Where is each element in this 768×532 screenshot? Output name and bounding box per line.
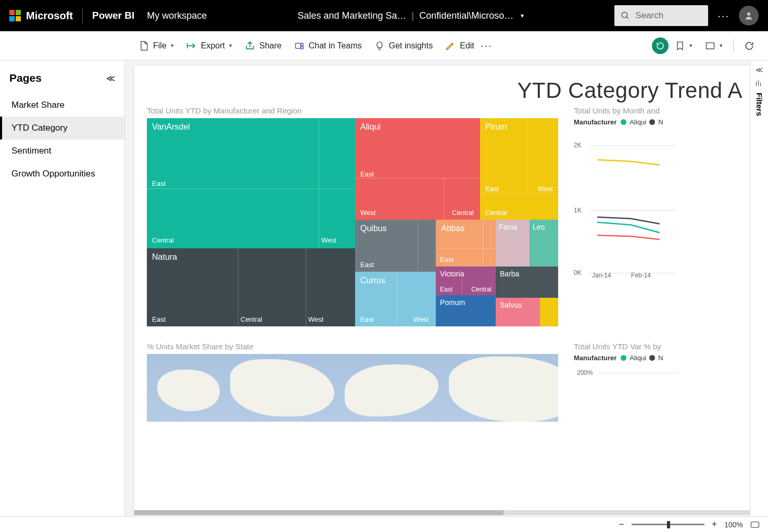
export-label: Export bbox=[201, 41, 225, 50]
export-icon bbox=[186, 41, 197, 51]
tm-fama[interactable]: Fama bbox=[496, 220, 530, 267]
tm-victoria[interactable]: Victoria East Central bbox=[436, 267, 496, 295]
tm-region: Central bbox=[485, 209, 507, 217]
line-chart-visual[interactable]: Total Units by Month and Manufacturer Al… bbox=[574, 106, 678, 326]
pages-pane: Pages ≪ Market Share YTD Category Sentim… bbox=[0, 60, 125, 516]
edit-button[interactable]: Edit bbox=[439, 37, 481, 54]
svg-point-0 bbox=[622, 12, 628, 18]
search-placeholder: Search bbox=[635, 10, 663, 21]
microsoft-label: Microsoft bbox=[26, 10, 73, 22]
zoom-thumb[interactable] bbox=[667, 521, 670, 528]
tm-abbas[interactable]: Abbas East bbox=[436, 220, 496, 267]
line-chart-title: Total Units by Month and bbox=[574, 106, 678, 115]
view-menu[interactable]: ▾ bbox=[699, 37, 729, 54]
collapse-pane-icon[interactable]: ≪ bbox=[106, 73, 115, 83]
share-button[interactable]: Share bbox=[238, 37, 288, 54]
chevron-down-icon: ▾ bbox=[171, 42, 174, 49]
tm-pirum[interactable]: Pirum East West Central bbox=[480, 118, 558, 220]
tm-region: East bbox=[485, 185, 499, 193]
vis-row-2: % Units Market Share by State Total Unit… bbox=[147, 326, 742, 422]
tm-region: East bbox=[152, 315, 166, 323]
user-avatar[interactable] bbox=[739, 6, 759, 26]
filters-label: Filters bbox=[755, 93, 764, 116]
map-visual[interactable]: % Units Market Share by State bbox=[147, 342, 558, 422]
get-insights-button[interactable]: Get insights bbox=[368, 37, 439, 54]
chevron-down-icon: ▾ bbox=[720, 42, 723, 49]
tm-natura[interactable]: Natura East Central West bbox=[147, 248, 355, 326]
tm-label: Abbas bbox=[441, 224, 464, 233]
expand-pane-icon[interactable]: ≪ bbox=[756, 66, 763, 74]
tm-pomum[interactable]: Pomum bbox=[436, 295, 496, 326]
toolbar-more-icon[interactable]: ··· bbox=[481, 40, 493, 52]
tm-barba[interactable]: Barba bbox=[496, 267, 558, 298]
tm-currus[interactable]: Currus East West bbox=[355, 272, 436, 326]
x-tick: Feb-14 bbox=[631, 272, 651, 279]
x-tick: Jan-14 bbox=[592, 272, 611, 279]
tm-label: Pirum bbox=[485, 122, 507, 131]
zoom-slider[interactable] bbox=[632, 524, 704, 525]
tm-salvus[interactable]: Salvus bbox=[496, 298, 540, 326]
status-bar: − + 100% bbox=[0, 516, 768, 532]
tm-aliqui[interactable]: Aliqui East West Central bbox=[355, 118, 480, 220]
tm-region: West bbox=[308, 315, 323, 323]
filters-pane[interactable]: ≪ Filters bbox=[750, 60, 768, 516]
svg-line-1 bbox=[627, 17, 629, 19]
vis-row-1: Total Units YTD by Manufacturer and Regi… bbox=[147, 106, 742, 326]
treemap-body: VanArsdel East Central West Aliqui East … bbox=[147, 118, 558, 326]
chevron-down-icon[interactable]: ▾ bbox=[521, 12, 524, 19]
svg-point-6 bbox=[300, 43, 303, 46]
workspace-breadcrumb[interactable]: My workspace bbox=[147, 10, 207, 21]
page-item-sentiment[interactable]: Sentiment bbox=[0, 140, 124, 162]
tm-label: Leo bbox=[533, 223, 545, 231]
legend-dot-icon bbox=[649, 119, 655, 125]
zoom-in-button[interactable]: + bbox=[712, 519, 717, 530]
tm-misc[interactable] bbox=[540, 298, 558, 326]
export-menu[interactable]: Export ▾ bbox=[180, 37, 238, 54]
page-item-market-share[interactable]: Market Share bbox=[0, 94, 124, 117]
tm-label: Barba bbox=[500, 270, 519, 278]
var-chart-visual[interactable]: Total Units YTD Var % by Manufacturer Al… bbox=[574, 342, 678, 422]
microsoft-logo[interactable]: Microsoft bbox=[9, 10, 73, 22]
share-icon bbox=[245, 41, 255, 51]
global-header: Microsoft Power BI My workspace Sales an… bbox=[0, 0, 768, 31]
legend-label: Manufacturer bbox=[574, 354, 616, 362]
scrollbar-thumb[interactable] bbox=[134, 510, 503, 515]
tm-region: East bbox=[440, 256, 454, 263]
tm-region: East bbox=[360, 170, 374, 178]
line-legend: Manufacturer Aliqui N bbox=[574, 118, 678, 126]
page-item-growth[interactable]: Growth Opportunities bbox=[0, 162, 124, 185]
zoom-level: 100% bbox=[724, 521, 743, 529]
pencil-icon bbox=[445, 41, 456, 51]
var-legend: Manufacturer Aliqui N bbox=[574, 354, 678, 362]
zoom-out-button[interactable]: − bbox=[619, 519, 624, 530]
toolbar-separator bbox=[733, 39, 734, 53]
chat-teams-button[interactable]: Chat in Teams bbox=[288, 37, 368, 54]
divider bbox=[82, 8, 83, 23]
fit-page-icon[interactable] bbox=[750, 521, 760, 528]
file-menu[interactable]: File ▾ bbox=[132, 37, 180, 54]
report-name[interactable]: Sales and Marketing Sa… bbox=[297, 10, 406, 21]
product-label[interactable]: Power BI bbox=[92, 10, 134, 21]
filter-bars-icon bbox=[755, 79, 763, 87]
tm-leo[interactable]: Leo bbox=[530, 220, 558, 267]
share-label: Share bbox=[259, 41, 282, 50]
refresh-button[interactable] bbox=[738, 37, 761, 54]
more-options-icon[interactable]: ··· bbox=[717, 10, 729, 22]
page-item-ytd-category[interactable]: YTD Category bbox=[0, 117, 124, 140]
line-chart-body: 2K 1K 0K Jan-14 Feb-14 bbox=[574, 131, 675, 277]
tm-label: Aliqui bbox=[360, 122, 381, 131]
treemap-visual[interactable]: Total Units YTD by Manufacturer and Regi… bbox=[147, 106, 558, 326]
file-label: File bbox=[153, 41, 167, 50]
map-body bbox=[147, 354, 558, 422]
search-input[interactable]: Search bbox=[614, 5, 708, 26]
reset-icon bbox=[656, 41, 665, 50]
legend-item: Aliqui bbox=[629, 354, 646, 362]
tm-vanarsdel[interactable]: VanArsdel East Central West bbox=[147, 118, 355, 248]
sensitivity-label[interactable]: Confidential\Microso… bbox=[419, 10, 513, 21]
bookmark-menu[interactable]: ▾ bbox=[669, 37, 699, 54]
tm-quibus[interactable]: Quibus East bbox=[355, 220, 436, 272]
tm-region: Central bbox=[471, 286, 492, 293]
reset-button[interactable] bbox=[652, 37, 669, 54]
horizontal-scrollbar[interactable] bbox=[134, 510, 750, 515]
tm-region: East bbox=[440, 286, 452, 293]
